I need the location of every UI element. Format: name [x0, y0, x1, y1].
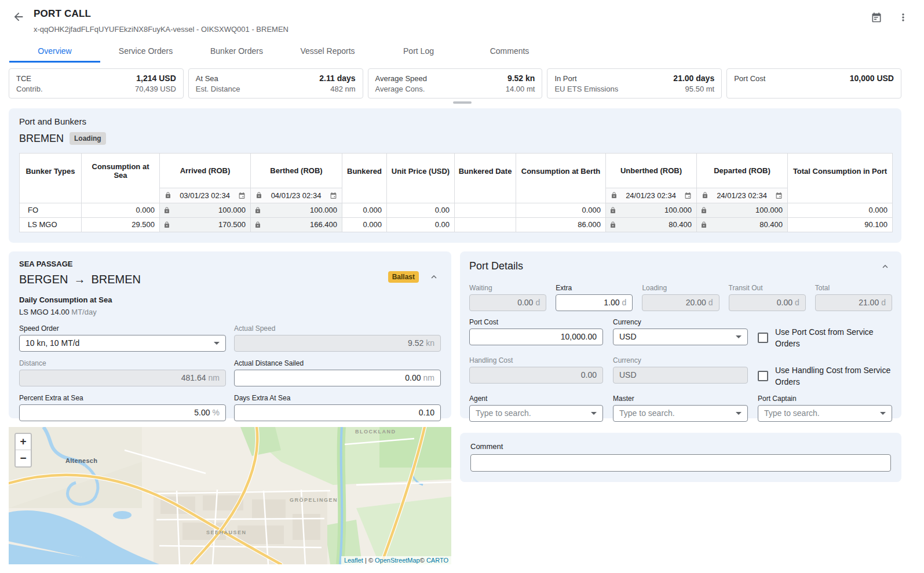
extra-field[interactable]: 1.00d — [556, 294, 633, 311]
chevron-down-icon — [736, 335, 742, 338]
port-cost-field[interactable]: 10,000.00 — [469, 329, 603, 345]
tab-comments[interactable]: Comments — [464, 41, 555, 63]
actual-distance-sailed-label: Actual Distance Sailed — [234, 359, 441, 367]
calendar-icon — [775, 192, 783, 199]
cons-berth-cell[interactable]: 86.000 — [516, 217, 606, 232]
master-search-input[interactable]: Type to search. — [613, 405, 748, 422]
more-options-button[interactable] — [896, 10, 910, 24]
kpi-label: Average Cons. — [375, 84, 425, 94]
sea-passage-section: SEA PASSAGE BERGEN → BREMEN Ballast Dail… — [9, 251, 451, 418]
unberthed-rob-cell: 100.000 — [606, 203, 697, 217]
kpi-label: In Port — [554, 74, 576, 84]
kpi-label: TCE — [16, 74, 31, 84]
bunkered-date-cell[interactable] — [455, 217, 516, 232]
map-zoom-control: + − — [14, 433, 32, 468]
use-port-cost-checkbox[interactable] — [758, 333, 768, 343]
master-label: Master — [613, 395, 748, 403]
bunkered-date-cell[interactable] — [455, 203, 516, 217]
carto-link[interactable]: CARTO — [426, 557, 448, 564]
tab-overview[interactable]: Overview — [9, 41, 100, 63]
osm-link[interactable]: OpenStreetMap — [375, 557, 420, 564]
berthed-date: 04/01/23 02:34 — [271, 191, 322, 200]
cons-sea-cell[interactable]: 29.500 — [82, 217, 160, 232]
kpi-value: 95.50 mt — [685, 84, 715, 94]
waiting-label: Waiting — [469, 284, 546, 292]
total-cons-cell: 90.100 — [788, 217, 893, 232]
collapse-sea-passage-button[interactable] — [427, 270, 441, 284]
map-canvas — [9, 427, 451, 564]
port-captain-search-input[interactable]: Type to search. — [758, 405, 892, 422]
unit-price-cell[interactable]: 0.00 — [387, 203, 455, 217]
port-name: BREMEN — [19, 133, 64, 145]
col-bunkered-date: Bunkered Date — [455, 154, 516, 188]
port-captain-label: Port Captain — [758, 395, 892, 403]
page-header: PORT CALL x-qqOHK2jfadFLFqUYUFEkziNX8Fuy… — [0, 0, 924, 63]
calendar-button[interactable] — [870, 10, 883, 24]
bunkered-cell[interactable]: 0.000 — [342, 217, 387, 232]
zoom-out-button[interactable]: − — [16, 450, 31, 466]
ballast-badge: Ballast — [388, 271, 419, 283]
calendar-icon — [238, 192, 246, 199]
panel-resize-handle[interactable] — [453, 101, 472, 104]
map-label-seehausen: SEEHAUSEN — [206, 530, 247, 535]
distance-field: 481.64 nm — [19, 370, 226, 386]
chevron-down-icon — [880, 412, 886, 415]
map[interactable]: BLOCKLAND Altenesch GRÖPELINGEN SEEHAUSE… — [9, 427, 451, 564]
kpi-label: At Sea — [196, 74, 218, 84]
speed-order-select[interactable]: 10 kn, 10 MT/d — [19, 335, 226, 352]
kpi-card-tce: TCE1,214 USD Contrib.70,439 USD — [9, 68, 184, 98]
collapse-port-details-button[interactable] — [878, 260, 892, 273]
lock-icon — [611, 192, 618, 199]
table-row-ls-mgo: LS MGO 29.500 170.500 166.400 0.000 0.00… — [20, 217, 893, 232]
comment-label: Comment — [470, 442, 891, 451]
lock-icon — [163, 221, 170, 228]
leaflet-link[interactable]: Leaflet — [344, 557, 363, 564]
back-button[interactable] — [12, 10, 25, 24]
use-port-cost-label: Use Port Cost from Service Orders — [775, 326, 892, 349]
col-arrived-rob: Arrived (ROB) — [160, 154, 251, 188]
tab-port-log[interactable]: Port Log — [373, 41, 464, 63]
actual-speed-field: 9.52 kn — [234, 335, 441, 352]
percent-extra-at-sea-field[interactable]: 5.00 % — [19, 404, 226, 421]
port-cost-currency-select[interactable]: USD — [613, 329, 748, 345]
table-date-row: 03/01/23 02:34 04/01/23 02:34 24/01/23 0… — [20, 188, 893, 203]
map-label-blockland: BLOCKLAND — [355, 429, 396, 435]
zoom-in-button[interactable]: + — [16, 434, 31, 450]
currency-label: Currency — [613, 356, 748, 364]
col-consumption-at-sea: Consumption at Sea — [82, 154, 160, 188]
transit-out-label: Transit Out — [729, 284, 806, 292]
lock-icon — [163, 207, 170, 214]
agent-search-input[interactable]: Type to search. — [469, 405, 603, 422]
comment-section: Comment — [460, 433, 901, 482]
days-extra-at-sea-field[interactable]: 0.10 — [234, 404, 441, 421]
bunkered-cell[interactable]: 0.000 — [342, 203, 387, 217]
arrived-date-field[interactable]: 03/01/23 02:34 — [160, 188, 251, 203]
unberthed-date-field[interactable]: 24/01/23 02:34 — [606, 188, 697, 203]
berthed-date-field[interactable]: 04/01/23 02:34 — [251, 188, 342, 203]
section-title: Port and Bunkers — [19, 116, 891, 126]
chevron-down-icon — [591, 412, 597, 415]
daily-consumption-label: Daily Consumption at Sea — [19, 295, 441, 304]
use-handling-cost-checkbox[interactable] — [758, 371, 768, 381]
lock-icon — [255, 192, 262, 199]
kpi-value: 1,214 USD — [136, 73, 176, 83]
lock-icon — [165, 192, 171, 199]
page-subtitle: x-qqOHK2jfadFLFqUYUFEkziNX8FuyKA-vessel … — [34, 25, 288, 34]
kebab-menu-icon — [897, 12, 909, 23]
speed-order-label: Speed Order — [19, 324, 226, 333]
total-field: 21.00d — [815, 294, 892, 311]
kpi-card-at-sea: At Sea2.11 days Est. Distance482 nm — [188, 68, 363, 98]
tab-bunker-orders[interactable]: Bunker Orders — [191, 41, 282, 63]
comment-input[interactable] — [470, 454, 891, 472]
unit-price-cell[interactable]: 0.00 — [387, 217, 455, 232]
tab-service-orders[interactable]: Service Orders — [100, 41, 191, 63]
departed-date-field[interactable]: 24/01/23 02:34 — [697, 188, 788, 203]
actual-distance-sailed-field[interactable]: 0.00 nm — [234, 370, 441, 386]
tab-vessel-reports[interactable]: Vessel Reports — [282, 41, 373, 63]
lock-icon — [609, 207, 616, 214]
cons-sea-cell[interactable]: 0.000 — [82, 203, 160, 217]
cons-berth-cell[interactable]: 0.000 — [516, 203, 606, 217]
currency-label: Currency — [613, 318, 748, 326]
port-and-bunkers-section: Port and Bunkers BREMEN Loading Bunker T… — [9, 108, 901, 243]
kpi-card-port-cost: Port Cost10,000 USD — [726, 68, 901, 98]
